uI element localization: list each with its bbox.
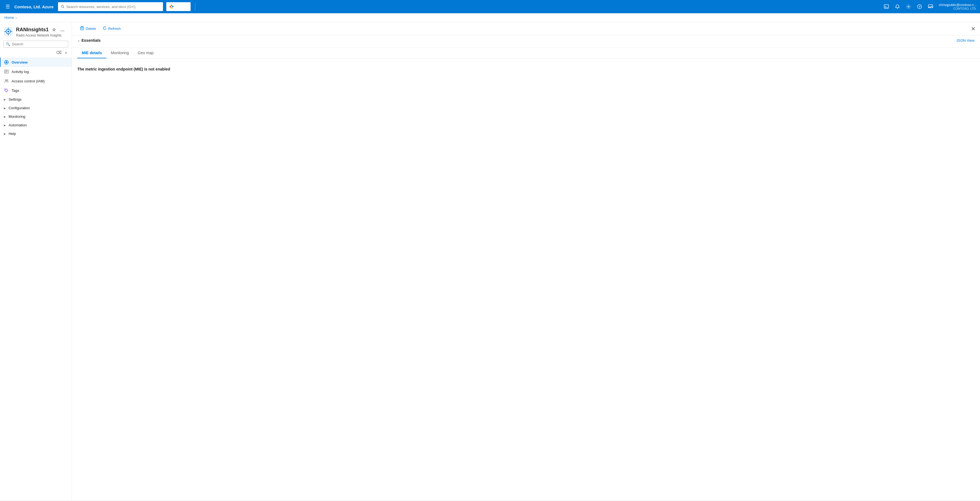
resource-type-icon — [3, 27, 13, 37]
search-icon — [61, 5, 65, 9]
essentials-header: ⌄ Essentials JSON View — [77, 38, 974, 43]
toolbar: Delete Refresh — [72, 22, 980, 35]
delete-button[interactable]: Delete — [77, 25, 99, 32]
tags-icon — [4, 88, 9, 93]
copilot-button[interactable]: Copilot — [166, 2, 191, 11]
breadcrumb: Home › — [0, 13, 980, 22]
sidebar-item-settings-label: Settings — [9, 97, 22, 102]
hamburger-menu[interactable]: ☰ — [3, 3, 12, 11]
svg-point-3 — [171, 5, 172, 6]
breadcrumb-separator: › — [16, 16, 17, 19]
favorite-icon[interactable]: ☆ — [51, 27, 57, 33]
svg-point-5 — [171, 7, 172, 9]
user-email: chrisqpublic@contoso.c... — [939, 3, 977, 7]
sidebar-item-settings[interactable]: ► Settings — [0, 95, 72, 104]
refresh-icon — [103, 26, 107, 31]
help-icon-btn[interactable]: ? — [915, 2, 924, 12]
sidebar-item-overview[interactable]: Overview — [0, 57, 72, 67]
activity-log-icon — [4, 69, 9, 74]
svg-point-20 — [6, 61, 7, 63]
svg-point-30 — [7, 80, 8, 81]
essentials-section: ⌄ Essentials JSON View — [72, 35, 980, 48]
delete-icon — [80, 26, 84, 31]
sidebar-item-help[interactable]: ► Help — [0, 129, 72, 138]
tab-geo-map[interactable]: Geo map — [134, 48, 158, 58]
sidebar-item-monitoring[interactable]: ► Monitoring — [0, 112, 72, 121]
settings-chevron: ► — [3, 98, 6, 101]
help-chevron: ► — [3, 132, 6, 136]
user-account[interactable]: chrisqpublic@contoso.c... CONTOSO, LTD. — [939, 3, 977, 10]
sidebar-item-automation-label: Automation — [9, 123, 27, 127]
main-content: ✕ Delete — [72, 22, 980, 501]
help-icon: ? — [917, 4, 922, 9]
resource-subtitle: Radio Access Network Insights — [16, 34, 68, 37]
sidebar-item-overview-label: Overview — [11, 60, 28, 64]
configuration-chevron: ► — [3, 107, 6, 110]
feedback-icon-btn[interactable] — [926, 2, 935, 12]
bell-icon — [895, 4, 900, 9]
terminal-icon — [884, 4, 889, 9]
sidebar-item-automation[interactable]: ► Automation — [0, 121, 72, 129]
sidebar-item-monitoring-label: Monitoring — [9, 115, 25, 119]
monitoring-chevron: ► — [3, 115, 6, 118]
resource-info: RANInsights1 ☆ … Radio Access Network In… — [16, 27, 68, 37]
sidebar-item-configuration-label: Configuration — [9, 106, 30, 110]
sidebar-item-tags[interactable]: Tags — [0, 86, 72, 95]
svg-rect-32 — [80, 27, 84, 30]
svg-point-8 — [908, 6, 909, 8]
svg-point-4 — [172, 6, 173, 7]
pin-icon[interactable]: ⌫ — [55, 50, 63, 55]
tab-mie-details[interactable]: MIE details — [77, 48, 107, 58]
more-options-icon[interactable]: … — [59, 27, 66, 33]
sidebar-search-input[interactable] — [12, 42, 66, 46]
global-search-input[interactable] — [66, 5, 160, 9]
main-layout: RANInsights1 ☆ … Radio Access Network In… — [0, 22, 980, 501]
copilot-icon — [169, 4, 174, 9]
global-search-box[interactable] — [58, 2, 163, 11]
terminal-icon-btn[interactable] — [881, 2, 891, 12]
resource-header: RANInsights1 ☆ … Radio Access Network In… — [0, 22, 72, 40]
access-control-icon — [4, 78, 9, 83]
main-body: The metric ingestion endpoint (MIE) is n… — [72, 59, 980, 80]
essentials-chevron: ⌄ — [77, 39, 80, 42]
copilot-label: Copilot — [176, 5, 188, 9]
collapse-icon[interactable]: « — [64, 50, 68, 55]
breadcrumb-home[interactable]: Home — [5, 16, 14, 20]
sidebar-item-activity-log[interactable]: Activity log — [0, 67, 72, 76]
automation-chevron: ► — [3, 124, 6, 127]
tab-monitoring[interactable]: Monitoring — [107, 48, 133, 58]
sidebar-item-tags-label: Tags — [11, 88, 19, 93]
svg-point-18 — [8, 31, 9, 32]
svg-text:?: ? — [919, 5, 921, 9]
refresh-button[interactable]: Refresh — [100, 25, 124, 32]
topnav-icon-group: ? chrisqpublic@contoso.c... CONTOSO, LTD… — [881, 2, 977, 12]
svg-point-29 — [5, 80, 6, 81]
sidebar-controls: ⌫ « — [3, 50, 68, 55]
sidebar-item-help-label: Help — [9, 132, 16, 136]
mie-disabled-message: The metric ingestion endpoint (MIE) is n… — [77, 67, 974, 71]
feedback-icon — [928, 4, 933, 9]
settings-icon-btn[interactable] — [904, 2, 913, 12]
sidebar-item-iam-label: Access control (IAM) — [11, 79, 45, 83]
sidebar-search-box[interactable]: 🔍 — [3, 41, 68, 48]
sidebar-navigation: Overview Activity log — [0, 57, 72, 501]
sidebar-item-activity-log-label: Activity log — [11, 70, 29, 74]
overview-icon — [4, 60, 9, 65]
tabs-bar: MIE details Monitoring Geo map — [72, 48, 980, 59]
top-navigation: ☰ Contoso, Ltd. Azure Copilot — [0, 0, 980, 13]
gear-icon — [906, 4, 911, 9]
svg-point-2 — [170, 6, 171, 7]
svg-line-1 — [63, 7, 64, 8]
sidebar-item-access-control[interactable]: Access control (IAM) — [0, 76, 72, 86]
essentials-title[interactable]: ⌄ Essentials — [77, 38, 100, 43]
svg-point-0 — [61, 5, 64, 8]
close-button[interactable]: ✕ — [971, 26, 975, 32]
refresh-label: Refresh — [108, 27, 121, 31]
sidebar-search-icon: 🔍 — [6, 42, 10, 46]
resource-name: RANInsights1 ☆ … — [16, 27, 68, 33]
user-org: CONTOSO, LTD. — [953, 7, 977, 10]
sidebar-item-configuration[interactable]: ► Configuration — [0, 104, 72, 112]
bell-icon-btn[interactable] — [892, 2, 902, 12]
svg-point-31 — [5, 89, 6, 90]
json-view-link[interactable]: JSON View — [956, 38, 974, 43]
